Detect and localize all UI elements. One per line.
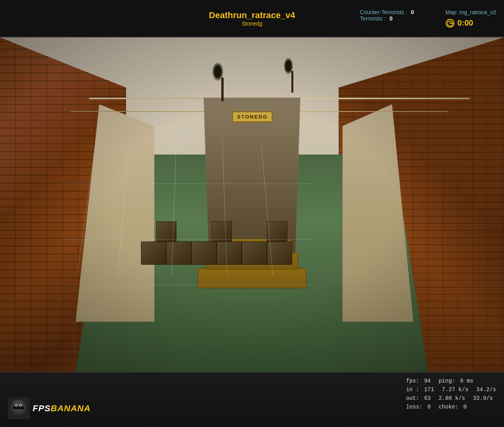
fps-value: 94 (424, 378, 431, 384)
crate-9 (267, 221, 287, 241)
choke-value: 0 (463, 404, 467, 410)
net-stats: fps: 94 ping: 6 ms in : 171 7.27 k/s 34.… (406, 377, 496, 411)
in-rate1: 7.27 k/s (442, 385, 468, 394)
t-label: Terrorists : (360, 15, 385, 22)
out-stat: out: 63 (406, 394, 431, 403)
map-sign: STONEDG (232, 111, 273, 123)
fpsbanana-logo: FPSBANANA (8, 397, 91, 419)
status-bar: FPSBANANA fps: 94 ping: 6 ms in : 171 7.… (0, 372, 504, 427)
out-rate2: 33.9/s (473, 394, 493, 403)
crate-7 (156, 221, 176, 241)
in-label: in : (406, 386, 419, 393)
svg-rect-7 (13, 406, 24, 409)
out-label: out: (406, 395, 419, 401)
hud-bar: Deathrun_ratrace_v4 Stonedg Counter-Terr… (0, 0, 504, 37)
out-value: 63 (424, 395, 431, 401)
in-value: 171 (424, 386, 434, 393)
ct-score: 0 (411, 9, 414, 15)
tree-branches-right (284, 57, 293, 75)
choke-label: choke: (439, 404, 458, 410)
stats-row-4: loss: 0 choke: 0 (406, 403, 496, 411)
timer-area: 0:00 (446, 19, 496, 28)
ping-label: ping: (439, 378, 455, 384)
map-info: Map: mg_ratrace_v2 (446, 9, 496, 15)
fps-stat: fps: 94 (406, 377, 431, 385)
step-1 (198, 268, 306, 288)
logo-banana: BANANA (51, 403, 91, 413)
tree-right (287, 71, 297, 93)
crate-6 (267, 241, 292, 265)
fps-label: fps: (406, 378, 419, 384)
loss-value: 0 (428, 404, 431, 410)
ct-score-line: Counter-Terrorists : 0 (360, 9, 414, 15)
tree-branches-left (212, 62, 224, 82)
timer-value: 0:00 (458, 19, 473, 28)
logo-fps: FPS (33, 403, 51, 413)
server-name: Stonedg (209, 20, 295, 27)
out-rate1: 2.08 k/s (439, 394, 465, 403)
logo-avatar (8, 397, 30, 419)
stats-row-2: in : 171 7.27 k/s 34.2/s (406, 385, 496, 394)
scores-panel: Counter-Terrorists : 0 Terrorists : 0 (360, 9, 414, 22)
crate-8 (212, 221, 232, 241)
ct-label: Counter-Terrorists : (360, 9, 407, 15)
crate-1 (141, 241, 166, 265)
crate-4 (217, 241, 242, 265)
crate-5 (242, 241, 267, 265)
choke-stat: choke: 0 (439, 403, 467, 411)
t-score: 0 (389, 15, 393, 22)
crate-3 (191, 241, 217, 265)
timer-icon (446, 19, 454, 28)
tree-left (217, 78, 228, 101)
stats-row-1: fps: 94 ping: 6 ms (406, 377, 496, 385)
logo-text: FPSBANANA (33, 403, 91, 414)
svg-point-11 (20, 405, 21, 406)
hud-center: Deathrun_ratrace_v4 Stonedg (209, 10, 295, 27)
loss-label: loss: (406, 404, 422, 410)
t-score-line: Terrorists : 0 (360, 15, 414, 22)
map-title: Deathrun_ratrace_v4 (209, 10, 295, 20)
loss-stat: loss: 0 (406, 403, 431, 411)
stats-row-3: out: 63 2.08 k/s 33.9/s (406, 394, 496, 403)
map-info-panel: Map: mg_ratrace_v2 0:00 (446, 9, 496, 28)
in-stat: in : 171 (406, 385, 434, 394)
in-rate2: 34.2/s (476, 385, 496, 394)
game-viewport: STONEDG (0, 37, 504, 372)
crate-2 (166, 241, 191, 265)
svg-point-10 (16, 405, 17, 406)
ping-stat: ping: 6 ms (439, 377, 473, 385)
ping-value: 6 ms (460, 378, 473, 384)
